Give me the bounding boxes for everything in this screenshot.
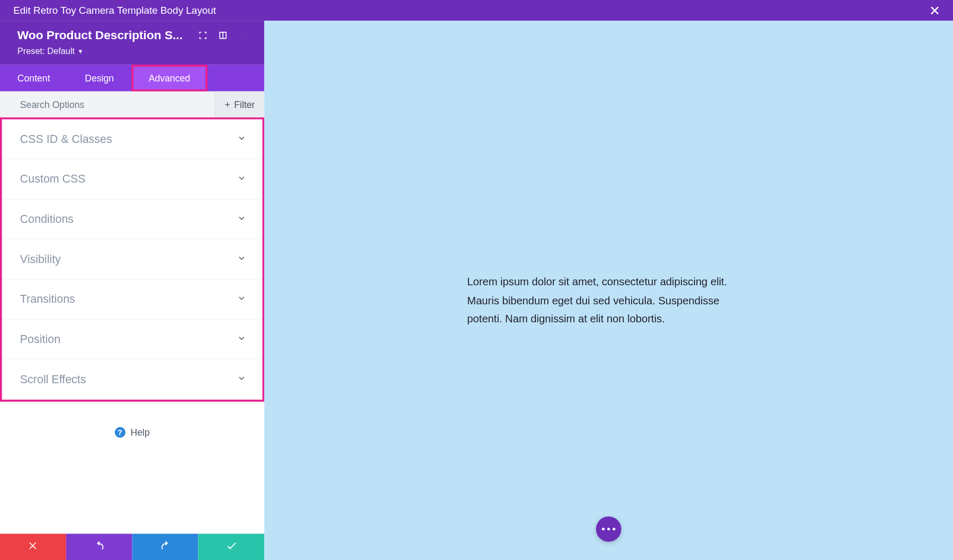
chevron-down-icon <box>237 374 246 386</box>
panel-layout-icon[interactable] <box>215 28 231 43</box>
panel-transitions[interactable]: Transitions <box>2 279 263 320</box>
help-icon: ? <box>114 427 125 438</box>
panel-css-id-classes[interactable]: CSS ID & Classes <box>2 120 263 160</box>
preset-dropdown[interactable]: Preset: Default ▼ <box>17 46 84 56</box>
tab-design-label: Design <box>85 73 114 83</box>
close-icon: ✕ <box>929 2 940 18</box>
sidebar-header: Woo Product Description S... Preset: Def… <box>0 21 264 65</box>
chevron-down-icon <box>237 133 246 145</box>
preset-label: Preset: Default <box>17 46 75 56</box>
search-input[interactable] <box>0 92 214 118</box>
window-titlebar: Edit Retro Toy Camera Template Body Layo… <box>0 0 953 21</box>
dots-icon <box>613 528 615 530</box>
panel-label: Transitions <box>20 293 237 306</box>
tab-content-label: Content <box>17 73 50 83</box>
help-label: Help <box>131 427 150 438</box>
panel-visibility[interactable]: Visibility <box>2 240 263 280</box>
svg-point-0 <box>241 34 242 35</box>
panel-position[interactable]: Position <box>2 320 263 360</box>
panel-label: CSS ID & Classes <box>20 132 237 146</box>
floating-menu-button[interactable] <box>596 517 622 542</box>
preview-canvas: Lorem ipsum dolor sit amet, consectetur … <box>264 21 953 560</box>
undo-button[interactable] <box>66 534 132 560</box>
chevron-down-icon <box>237 213 246 225</box>
panel-label: Position <box>20 332 237 346</box>
filter-label: Filter <box>234 99 255 110</box>
expand-icon[interactable] <box>195 28 211 43</box>
panel-scroll-effects[interactable]: Scroll Effects <box>2 359 263 400</box>
panel-conditions[interactable]: Conditions <box>2 200 263 240</box>
more-icon[interactable] <box>235 28 251 43</box>
chevron-down-icon <box>237 333 246 346</box>
product-description-text: Lorem ipsum dolor sit amet, consectetur … <box>467 273 750 328</box>
close-icon <box>28 540 38 554</box>
svg-point-2 <box>241 35 242 36</box>
chevron-down-icon <box>237 173 246 185</box>
panel-label: Visibility <box>20 252 237 266</box>
chevron-down-icon: ▼ <box>77 48 83 55</box>
undo-icon <box>93 540 105 555</box>
check-icon <box>225 540 237 555</box>
panel-custom-css[interactable]: Custom CSS <box>2 159 263 200</box>
tab-content[interactable]: Content <box>0 65 67 91</box>
redo-icon <box>159 540 172 555</box>
panel-label: Scroll Effects <box>20 373 237 386</box>
module-title: Woo Product Description S... <box>17 29 191 42</box>
chevron-down-icon <box>237 293 246 305</box>
tab-advanced-label: Advanced <box>149 73 191 83</box>
filter-button[interactable]: + Filter <box>214 92 264 118</box>
plus-icon: + <box>224 99 230 110</box>
svg-point-1 <box>241 35 242 35</box>
settings-tabs: Content Design Advanced <box>0 65 264 91</box>
window-title: Edit Retro Toy Camera Template Body Layo… <box>13 5 925 16</box>
settings-sidebar: Woo Product Description S... Preset: Def… <box>0 21 264 560</box>
advanced-panel-list: CSS ID & Classes Custom CSS Conditions V… <box>0 118 264 402</box>
save-button[interactable] <box>198 534 264 560</box>
cancel-button[interactable] <box>0 534 66 560</box>
dots-icon <box>607 528 610 530</box>
tab-design[interactable]: Design <box>67 65 131 91</box>
search-row: + Filter <box>0 92 264 118</box>
sidebar-footer <box>0 534 264 560</box>
panel-label: Custom CSS <box>20 173 237 186</box>
redo-button[interactable] <box>132 534 199 560</box>
help-link[interactable]: ? Help <box>0 402 264 446</box>
tab-advanced[interactable]: Advanced <box>131 65 208 91</box>
chevron-down-icon <box>237 253 246 265</box>
panel-label: Conditions <box>20 212 237 225</box>
dots-icon <box>602 528 605 530</box>
close-button[interactable]: ✕ <box>925 1 945 21</box>
